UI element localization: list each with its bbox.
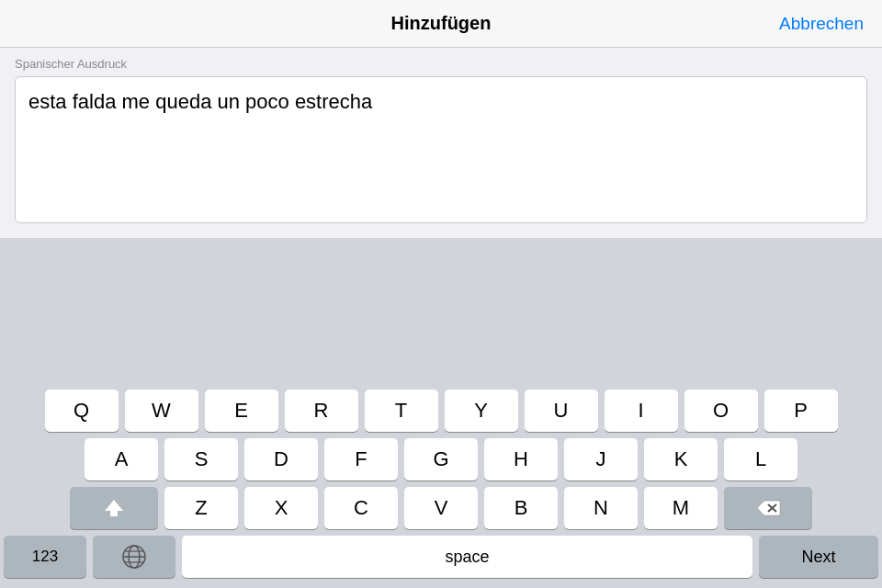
key-t[interactable]: T (365, 390, 438, 432)
space-key[interactable]: space (182, 536, 752, 578)
key-k[interactable]: K (644, 438, 718, 481)
key-s[interactable]: S (164, 438, 238, 481)
key-m[interactable]: M (644, 487, 718, 529)
key-h[interactable]: H (484, 438, 558, 481)
key-z[interactable]: Z (164, 487, 238, 529)
shift-key[interactable] (70, 487, 158, 529)
key-y[interactable]: Y (445, 390, 518, 432)
key-v[interactable]: V (404, 487, 478, 529)
shift-icon (104, 498, 124, 518)
keyboard-row-1: Q W E R T Y U I O P (4, 390, 878, 432)
header: Hinzufügen Abbrechen (0, 0, 882, 48)
key-e[interactable]: E (205, 390, 278, 432)
key-g[interactable]: G (404, 438, 478, 481)
globe-icon (121, 544, 147, 570)
delete-icon (755, 499, 781, 517)
key-w[interactable]: W (125, 390, 198, 432)
key-q[interactable]: Q (45, 390, 119, 432)
globe-key[interactable] (93, 536, 175, 578)
keyboard-row-2: A S D F G H J K L (4, 438, 878, 481)
delete-key[interactable] (724, 487, 812, 529)
content-area: Spanischer Ausdruck esta falda me queda … (0, 48, 882, 238)
next-key[interactable]: Next (759, 536, 878, 578)
numbers-key[interactable]: 123 (4, 536, 86, 578)
cancel-button[interactable]: Abbrechen (779, 14, 864, 34)
page-title: Hinzufügen (391, 13, 492, 34)
key-r[interactable]: R (285, 390, 358, 432)
key-x[interactable]: X (244, 487, 318, 529)
svg-marker-0 (105, 500, 123, 516)
key-d[interactable]: D (244, 438, 318, 481)
field-label: Spanischer Ausdruck (15, 57, 867, 71)
key-b[interactable]: B (484, 487, 558, 529)
keyboard-row-4: 123 space Next (4, 536, 878, 578)
key-o[interactable]: O (684, 390, 758, 432)
key-u[interactable]: U (525, 390, 598, 432)
text-input[interactable]: esta falda me queda un poco estrecha (15, 76, 867, 223)
key-a[interactable]: A (85, 438, 158, 481)
key-j[interactable]: J (564, 438, 638, 481)
key-p[interactable]: P (764, 390, 838, 432)
key-i[interactable]: I (605, 390, 678, 432)
key-f[interactable]: F (324, 438, 398, 481)
key-n[interactable]: N (564, 487, 638, 529)
keyboard: Q W E R T Y U I O P A S D F G H J K L Z … (0, 382, 882, 588)
key-l[interactable]: L (724, 438, 797, 481)
keyboard-row-3: Z X C V B N M (4, 487, 878, 529)
key-c[interactable]: C (324, 487, 398, 529)
